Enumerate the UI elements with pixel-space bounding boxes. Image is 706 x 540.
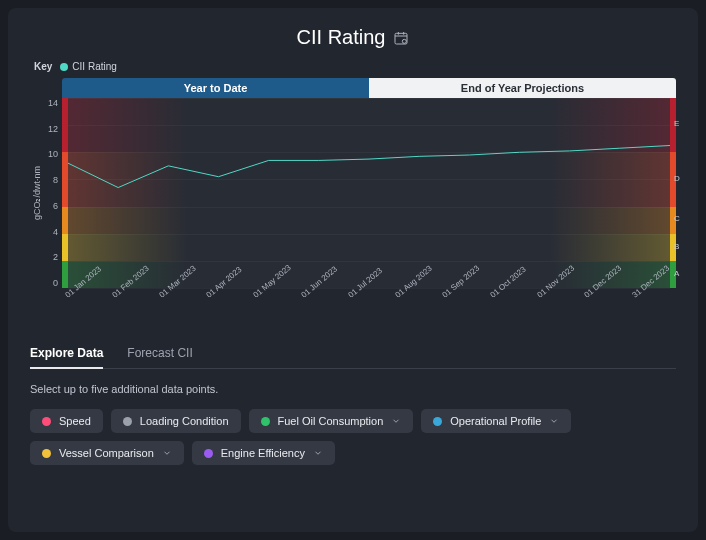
- y-tick: 12: [44, 124, 58, 134]
- chevron-down-icon: [313, 448, 323, 458]
- chevron-down-icon: [162, 448, 172, 458]
- tab-year-to-date[interactable]: Year to Date: [62, 78, 369, 98]
- rating-label-E: E: [674, 119, 679, 128]
- tab-explore-data[interactable]: Explore Data: [30, 340, 103, 368]
- tab-end-of-year-projections[interactable]: End of Year Projections: [369, 78, 676, 98]
- legend-series-name: CII Rating: [72, 61, 116, 72]
- legend-item-cii: CII Rating: [60, 61, 116, 72]
- svg-rect-0: [395, 33, 407, 44]
- data-point-chips: SpeedLoading ConditionFuel Oil Consumpti…: [30, 409, 676, 465]
- tab-forecast-cii[interactable]: Forecast CII: [127, 340, 192, 368]
- y-axis-label: gCO₂/dwt·nm: [30, 166, 44, 220]
- rating-axis-labels: EDCBA: [674, 98, 686, 288]
- chip-dot: [433, 417, 442, 426]
- chevron-down-icon: [549, 416, 559, 426]
- y-tick: 10: [44, 149, 58, 159]
- y-tick: 6: [44, 201, 58, 211]
- chip-dot: [261, 417, 270, 426]
- calendar-icon[interactable]: [393, 30, 409, 46]
- chip-label: Fuel Oil Consumption: [278, 415, 384, 427]
- y-axis-ticks: 14121086420: [44, 98, 62, 288]
- chip-label: Engine Efficiency: [221, 447, 305, 459]
- section-tabs: Explore Data Forecast CII: [30, 340, 676, 369]
- chip-fuel-oil-consumption[interactable]: Fuel Oil Consumption: [249, 409, 414, 433]
- svg-point-1: [403, 39, 407, 43]
- legend: Key CII Rating: [30, 61, 676, 72]
- chart-area: gCO₂/dwt·nm 14121086420 EDCBA: [30, 98, 676, 288]
- legend-label: Key: [34, 61, 52, 72]
- chip-label: Operational Profile: [450, 415, 541, 427]
- chart-plot: EDCBA: [62, 98, 676, 288]
- chip-label: Loading Condition: [140, 415, 229, 427]
- chip-dot: [123, 417, 132, 426]
- y-tick: 2: [44, 252, 58, 262]
- chip-dot: [42, 417, 51, 426]
- card-title: CII Rating: [297, 26, 386, 49]
- chip-label: Vessel Comparison: [59, 447, 154, 459]
- helper-text: Select up to five additional data points…: [30, 383, 676, 395]
- chip-speed[interactable]: Speed: [30, 409, 103, 433]
- y-tick: 8: [44, 175, 58, 185]
- chip-operational-profile[interactable]: Operational Profile: [421, 409, 571, 433]
- rating-label-C: C: [674, 214, 680, 223]
- chip-engine-efficiency[interactable]: Engine Efficiency: [192, 441, 335, 465]
- x-axis-ticks: 01 Jan 202301 Feb 202301 Mar 202301 Apr …: [62, 288, 676, 326]
- chart-period-tabs: Year to Date End of Year Projections: [62, 78, 676, 98]
- y-tick: 4: [44, 227, 58, 237]
- chip-vessel-comparison[interactable]: Vessel Comparison: [30, 441, 184, 465]
- rating-label-B: B: [674, 242, 679, 251]
- chip-label: Speed: [59, 415, 91, 427]
- rating-label-D: D: [674, 174, 680, 183]
- chevron-down-icon: [391, 416, 401, 426]
- legend-swatch: [60, 63, 68, 71]
- y-tick: 0: [44, 278, 58, 288]
- line-chart-svg: [68, 98, 670, 288]
- card-header: CII Rating: [30, 26, 676, 49]
- y-tick: 14: [44, 98, 58, 108]
- chip-loading-condition[interactable]: Loading Condition: [111, 409, 241, 433]
- chip-dot: [42, 449, 51, 458]
- cii-rating-card: CII Rating Key CII Rating Year to Date E…: [8, 8, 698, 532]
- chip-dot: [204, 449, 213, 458]
